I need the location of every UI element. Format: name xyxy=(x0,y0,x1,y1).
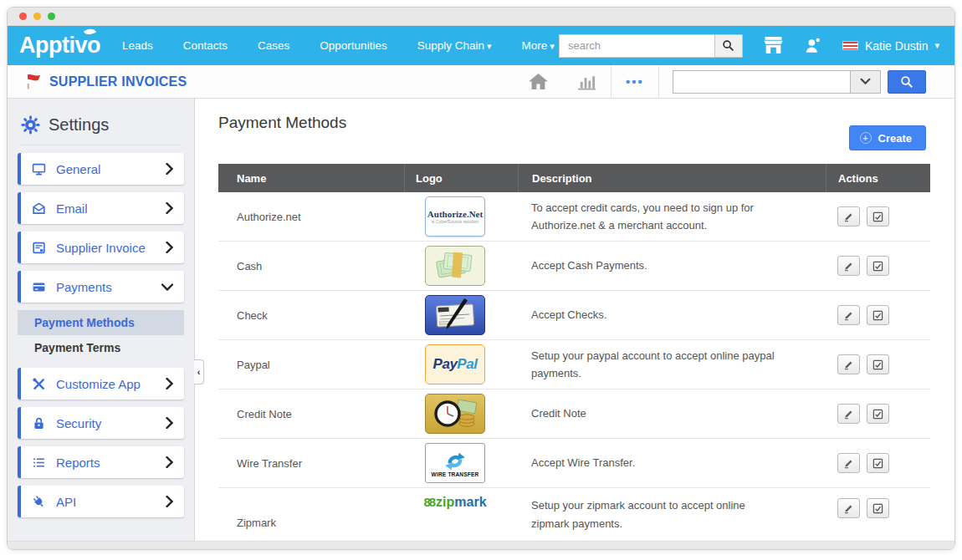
global-search-button[interactable] xyxy=(714,34,743,58)
sidebar-item-label: Reports xyxy=(56,456,100,470)
row-actions xyxy=(826,354,930,374)
window-titlebar xyxy=(8,8,954,26)
sidebar-item-customize-app[interactable]: Customize App xyxy=(18,368,184,400)
home-button[interactable] xyxy=(514,65,563,98)
tools-icon xyxy=(32,377,46,391)
toggle-enabled-button[interactable] xyxy=(867,498,889,518)
table-row: Check xyxy=(218,291,930,340)
chevron-right-icon xyxy=(166,378,173,389)
table-row: Authorize.net Authorize.Net a CyberSourc… xyxy=(218,192,930,242)
sidebar-item-email[interactable]: Email xyxy=(18,192,184,224)
sidebar-item-supplier-invoice[interactable]: Supplier Invoice xyxy=(18,232,184,263)
pencil-icon xyxy=(843,261,854,272)
nav-item-more[interactable]: More xyxy=(522,39,555,52)
screen: Apptivo Leads Contacts Cases Opportuniti… xyxy=(0,0,962,560)
toggle-enabled-button[interactable] xyxy=(867,404,889,424)
nav-item-cases[interactable]: Cases xyxy=(258,39,289,52)
nav-item-opportunities[interactable]: Opportunities xyxy=(320,39,386,52)
logo-text: Authorize.Net xyxy=(427,209,483,219)
checkbox-checked-icon xyxy=(872,409,883,420)
cash-logo xyxy=(425,246,485,286)
main-menu: Leads Contacts Cases Opportunities Suppl… xyxy=(122,39,555,52)
row-actions xyxy=(826,488,930,518)
payment-name: Zipmark xyxy=(218,517,404,541)
us-flag-icon xyxy=(842,41,858,50)
plug-icon xyxy=(32,495,46,509)
edit-button[interactable] xyxy=(837,498,860,518)
close-window-button[interactable] xyxy=(19,13,27,20)
global-search-input[interactable] xyxy=(559,34,714,58)
payment-description: To accept credit cards, you need to sign… xyxy=(518,199,826,235)
edit-button[interactable] xyxy=(837,404,860,424)
toggle-enabled-button[interactable] xyxy=(867,305,889,325)
payment-logo-cell xyxy=(404,394,518,434)
chevron-right-icon xyxy=(166,417,173,429)
toggle-enabled-button[interactable] xyxy=(867,354,889,374)
chevron-right-icon xyxy=(166,202,173,214)
app-store-button[interactable] xyxy=(763,37,784,54)
app-body: Settings General Email Supplier Invoice … xyxy=(8,99,954,541)
sidebar-item-label: Customize App xyxy=(56,377,141,391)
user-name: Katie Dustin xyxy=(865,39,928,53)
chevron-down-icon xyxy=(161,283,173,291)
payment-description: Accept Checks. xyxy=(518,306,826,323)
chevron-right-icon xyxy=(166,163,173,175)
toggle-enabled-button[interactable] xyxy=(867,206,889,227)
column-header-name: Name xyxy=(218,164,404,192)
user-management-button[interactable] xyxy=(804,37,822,54)
edit-button[interactable] xyxy=(837,354,860,374)
nav-item-contacts[interactable]: Contacts xyxy=(183,39,228,52)
nav-item-supply-chain[interactable]: Supply Chain xyxy=(417,39,492,52)
apptivo-logo[interactable]: Apptivo xyxy=(19,33,100,59)
app-search-input[interactable] xyxy=(673,70,850,94)
user-icon xyxy=(804,37,822,54)
nav-item-leads[interactable]: Leads xyxy=(122,39,153,52)
sidebar-subitem-payment-terms[interactable]: Payment Terms xyxy=(8,335,194,360)
sidebar-item-security[interactable]: Security xyxy=(18,407,184,439)
sidebar-subitem-payment-methods[interactable]: Payment Methods xyxy=(18,310,184,335)
minimize-window-button[interactable] xyxy=(33,13,41,20)
edit-button[interactable] xyxy=(837,305,860,325)
create-button[interactable]: + Create xyxy=(849,125,926,150)
monitor-icon xyxy=(32,162,46,176)
payment-logo-cell: 88 zip mark xyxy=(404,488,518,510)
sidebar-item-reports[interactable]: Reports xyxy=(18,446,184,478)
payment-logo-cell: PayPal xyxy=(404,344,518,384)
navbar-right: Katie Dustin xyxy=(559,34,939,58)
red-flag-icon xyxy=(24,73,42,91)
pencil-icon xyxy=(843,310,854,321)
sidebar-item-payments[interactable]: Payments xyxy=(18,271,184,303)
more-options-button[interactable] xyxy=(611,65,659,98)
sidebar-item-api[interactable]: API xyxy=(18,486,184,517)
window-bottom-strip xyxy=(8,541,954,549)
store-icon xyxy=(763,37,784,54)
logo-text: zip xyxy=(436,495,454,510)
zoom-window-button[interactable] xyxy=(48,13,55,20)
chevron-down-icon xyxy=(860,78,871,85)
edit-button[interactable] xyxy=(837,453,860,473)
column-header-actions: Actions xyxy=(826,164,930,192)
toggle-enabled-button[interactable] xyxy=(867,453,889,473)
checkbox-checked-icon xyxy=(872,211,883,222)
wire-transfer-logo: WIRE TRANSFER xyxy=(425,443,485,483)
payment-methods-table: Name Logo Description Actions Authorize.… xyxy=(218,164,930,541)
payment-logo-cell xyxy=(404,295,518,335)
checkbox-checked-icon xyxy=(872,310,883,321)
search-filter-dropdown[interactable] xyxy=(850,70,881,94)
edit-button[interactable] xyxy=(837,256,860,276)
edit-button[interactable] xyxy=(837,206,860,227)
sidebar-item-general[interactable]: General xyxy=(18,153,184,185)
sidebar-collapse-handle[interactable]: ‹ xyxy=(194,359,204,384)
global-search xyxy=(559,34,743,58)
reports-chart-button[interactable] xyxy=(563,65,611,98)
logo-text: Pal xyxy=(457,356,477,372)
payment-name: Cash xyxy=(218,260,404,272)
app-search xyxy=(673,70,881,94)
table-row: Cash Accept Cash Payments. xyxy=(218,242,930,291)
column-header-logo: Logo xyxy=(404,164,518,192)
app-search-button[interactable] xyxy=(888,70,926,94)
user-menu[interactable]: Katie Dustin xyxy=(842,39,939,53)
settings-sidebar: Settings General Email Supplier Invoice … xyxy=(8,99,195,541)
toggle-enabled-button[interactable] xyxy=(867,256,889,276)
checkbox-checked-icon xyxy=(872,261,883,272)
